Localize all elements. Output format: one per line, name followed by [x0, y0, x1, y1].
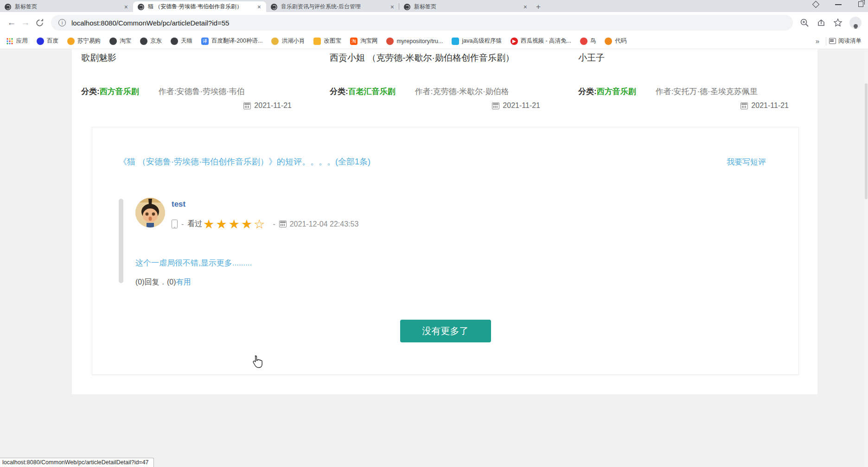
- category-value: 百老汇音乐剧: [348, 87, 396, 96]
- bookmark-label: 洪湖小肖: [281, 37, 305, 45]
- bookmark-label: java高级程序猿: [462, 37, 501, 45]
- tab-close-icon[interactable]: ×: [123, 3, 129, 11]
- tab-title: 音乐剧资讯与评价系统-后台管理: [281, 3, 389, 11]
- category-value: 西方音乐剧: [597, 87, 636, 96]
- tab-close-icon[interactable]: ×: [389, 3, 396, 11]
- bookmark-apps[interactable]: 应用: [4, 36, 30, 46]
- main-content: 歌剧魅影 分类:西方音乐剧 作者:安德鲁·劳埃德·韦伯 2021-11-21 西…: [72, 49, 817, 394]
- new-tab-button[interactable]: +: [532, 1, 544, 12]
- article-author: 作者:安德鲁·劳埃德·韦伯: [159, 86, 245, 97]
- reading-list-button[interactable]: 阅读清单: [829, 37, 864, 45]
- bookmark-suning[interactable]: 苏宁易购: [65, 36, 103, 46]
- commenter-name[interactable]: test: [172, 200, 358, 209]
- mouse-cursor-icon: [252, 355, 264, 369]
- article-card[interactable]: 歌剧魅影 分类:西方音乐剧 作者:安德鲁·劳埃德·韦伯 2021-11-21: [72, 52, 320, 112]
- bookmark-taobao[interactable]: 淘宝: [107, 36, 134, 46]
- share-icon[interactable]: [816, 18, 826, 28]
- useful-link[interactable]: 有用: [176, 278, 191, 286]
- calendar-icon: [279, 221, 287, 227]
- article-author: 作者:克劳德-米歇尔·勋伯格: [415, 86, 509, 97]
- bookmark-jd[interactable]: 京东: [138, 36, 164, 46]
- bookmark-star-icon[interactable]: [833, 18, 843, 28]
- baidu-paw-icon: [37, 38, 44, 45]
- comment-section-card: 《猫 （安德鲁·劳埃德·韦伯创作音乐剧）》的短评。。。。(全部1条) 我要写短评: [92, 127, 799, 375]
- reading-list-label: 阅读清单: [838, 37, 862, 45]
- bookmarks-overflow-chevron-icon[interactable]: »: [812, 37, 823, 45]
- bookmark-label: 代码: [615, 37, 626, 45]
- star-rating: ★★★★☆: [203, 220, 266, 229]
- tab-new-tab-2[interactable]: 新标签页 ×: [399, 1, 532, 12]
- category-value: 西方音乐剧: [100, 87, 139, 96]
- bookmark-gaitubao[interactable]: 改图宝: [311, 36, 344, 46]
- tab-favicon: [5, 4, 11, 10]
- bookmark-bird[interactable]: 鸟: [578, 36, 599, 46]
- comment-section-title: 《猫 （安德鲁·劳埃德·韦伯创作音乐剧）》的短评。。。。(全部1条): [119, 156, 370, 167]
- reload-icon[interactable]: [32, 16, 46, 30]
- address-bar[interactable]: i localhost:8080/CommonWeb/pc/articleDet…: [51, 15, 793, 31]
- forward-icon[interactable]: →: [19, 16, 32, 30]
- bookmark-tmall[interactable]: 天猫: [168, 36, 195, 46]
- reading-list-icon: [829, 38, 836, 44]
- reply-link[interactable]: (0)回复: [135, 278, 160, 286]
- bookmark-xigua[interactable]: ▶ 西瓜视频 - 高清免...: [508, 36, 574, 46]
- window-restore-icon[interactable]: [858, 1, 863, 7]
- article-title[interactable]: 西贡小姐 （克劳德-米歇尔·勋伯格创作音乐剧）: [330, 52, 569, 64]
- window-diamond-icon[interactable]: [812, 0, 820, 8]
- bookmark-myrepository[interactable]: myrepository/tru...: [384, 36, 445, 46]
- translate-icon: 译: [201, 38, 209, 45]
- toolbar-right: [799, 17, 863, 29]
- globe-icon: [171, 38, 178, 45]
- zoom-icon[interactable]: [799, 18, 810, 28]
- write-review-link[interactable]: 我要写短评: [727, 157, 766, 167]
- scrollbar-thumb[interactable]: [865, 83, 868, 199]
- bookmark-label: 百度翻译-200种语...: [211, 37, 262, 45]
- bookmark-taobao-site[interactable]: 淘 淘宝网: [348, 36, 380, 46]
- bookmark-code[interactable]: 代码: [602, 36, 629, 46]
- chrome-colored-icon: [386, 38, 394, 45]
- play-circle-icon: ▶: [511, 38, 518, 45]
- page-info-icon[interactable]: i: [58, 19, 66, 26]
- globe-icon: [109, 38, 117, 45]
- scrollbar-track[interactable]: [864, 49, 868, 467]
- article-card[interactable]: 小王子 分类:西方音乐剧 作者:安托万·德·圣埃克苏佩里 2021-11-21: [569, 52, 817, 112]
- tab-title: 猫 （安德鲁·劳埃德·韦伯创作音乐剧）: [148, 3, 256, 11]
- comment-text[interactable]: 这个一虐局很不错,显示更多.........: [135, 258, 358, 268]
- bookmark-label: 京东: [150, 37, 162, 45]
- calendar-icon: [243, 102, 251, 109]
- divider: [826, 37, 826, 45]
- category-label: 分类:: [330, 87, 348, 96]
- bookmark-label: 淘宝: [120, 37, 131, 45]
- article-title[interactable]: 歌剧魅影: [81, 52, 320, 64]
- no-more-button[interactable]: 没有更多了: [400, 320, 491, 342]
- window-minimize-icon[interactable]: [835, 4, 842, 5]
- bookmark-label: 天猫: [181, 37, 192, 45]
- back-icon[interactable]: ←: [5, 16, 19, 30]
- article-title[interactable]: 小王子: [578, 52, 817, 64]
- article-date: 2021-11-21: [503, 101, 540, 110]
- comment-item: test - 看过 ★★★★☆ - 2021-12-04 22:43:53: [119, 198, 798, 287]
- window-controls: [813, 0, 865, 11]
- tab-admin-system[interactable]: 音乐剧资讯与评价系统-后台管理 ×: [266, 1, 399, 12]
- bookmark-baidu[interactable]: 百度: [34, 36, 61, 46]
- bookmark-label: 苏宁易购: [77, 37, 101, 45]
- bookmark-label: 鸟: [590, 37, 596, 45]
- article-date: 2021-11-21: [254, 101, 292, 110]
- tab-new-tab-1[interactable]: 新标签页 ×: [0, 1, 133, 12]
- bee-icon: [271, 38, 279, 45]
- profile-avatar-icon[interactable]: [849, 17, 862, 29]
- bookmark-honghu[interactable]: 洪湖小肖: [269, 36, 307, 46]
- tab-favicon: [138, 4, 144, 10]
- url-text[interactable]: localhost:8080/CommonWeb/pc/articleDetai…: [71, 19, 229, 27]
- separator: .: [162, 278, 164, 286]
- tab-close-icon[interactable]: ×: [522, 3, 529, 11]
- tab-close-icon[interactable]: ×: [256, 3, 262, 11]
- bookmark-java[interactable]: java高级程序猿: [449, 36, 504, 46]
- bookmark-label: myrepository/tru...: [396, 38, 443, 44]
- bookmark-baidu-translate[interactable]: 译 百度翻译-200种语...: [199, 36, 265, 46]
- comment-accent-bar: [119, 199, 123, 283]
- tab-article-detail[interactable]: 猫 （安德鲁·劳埃德·韦伯创作音乐剧） ×: [133, 1, 266, 12]
- commenter-avatar: [135, 198, 165, 227]
- browser-toolbar: ← → i localhost:8080/CommonWeb/pc/articl…: [0, 12, 868, 33]
- article-card[interactable]: 西贡小姐 （克劳德-米歇尔·勋伯格创作音乐剧） 分类:百老汇音乐剧 作者:克劳德…: [320, 52, 569, 112]
- apps-grid-icon: [6, 38, 13, 45]
